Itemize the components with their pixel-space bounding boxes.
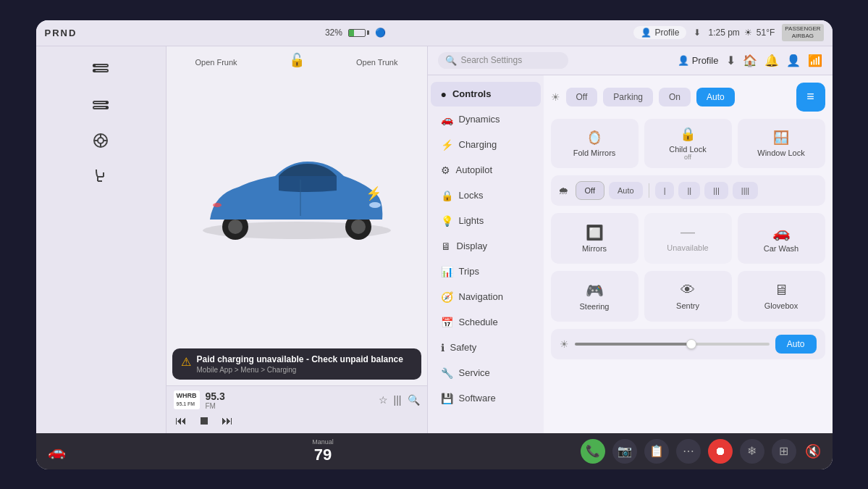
light-on-btn[interactable]: On [659, 88, 691, 106]
nav-item-service[interactable]: 🔧 Service [431, 361, 541, 385]
volume-button[interactable]: 🔇 [805, 443, 821, 459]
window-lock-icon: 🪟 [773, 130, 789, 146]
star-icon[interactable]: ☆ [379, 394, 388, 406]
wiper-speed-1-btn[interactable]: | [655, 182, 675, 199]
seat-icon[interactable] [88, 162, 114, 188]
more-apps-icon[interactable]: ⋯ [676, 439, 701, 464]
brightness-slider[interactable] [575, 343, 770, 346]
profile-label: Profile [692, 55, 719, 66]
light-parking-btn[interactable]: Parking [603, 88, 653, 106]
search-bar[interactable]: 🔍 Search Settings [438, 52, 568, 69]
trips-icon: 📊 [441, 266, 453, 277]
wiper-speed-4-btn[interactable]: |||| [733, 182, 758, 199]
alert-icon: ⚠ [181, 355, 191, 369]
svg-point-3 [93, 69, 96, 72]
sentry-card[interactable]: 👁 Sentry [644, 271, 732, 322]
settings-header: 🔍 Search Settings 👤 Profile ⬇ 🏠 🔔 👤 📶 [428, 46, 833, 75]
prev-button[interactable]: ⏮ [174, 413, 188, 429]
lights-main-btn[interactable]: ≡ [796, 83, 825, 112]
nav-item-software[interactable]: 💾 Software [431, 386, 541, 411]
nav-item-controls[interactable]: ● Controls [431, 82, 541, 106]
settings-nav: ● Controls 🚗 Dynamics ⚡ Charging ⚙ Autop… [428, 75, 544, 433]
person-icon-2[interactable]: 👤 [786, 54, 801, 67]
wiper-auto-btn[interactable]: Auto [609, 182, 643, 199]
fan-app-icon[interactable]: ❄ [740, 439, 764, 464]
camera-app-icon[interactable]: 📷 [612, 439, 637, 464]
svg-point-20 [369, 202, 381, 208]
nav-item-schedule[interactable]: 📅 Schedule [431, 310, 541, 335]
steering-card[interactable]: 🎮 Steering [551, 271, 639, 322]
search-music-icon[interactable]: 🔍 [408, 394, 420, 406]
wifi-icon[interactable]: 📶 [808, 54, 822, 67]
alert-text-main: Paid charging unavailable - Check unpaid… [197, 354, 403, 364]
fold-mirrors-card[interactable]: 🪞 Fold Mirrors [551, 119, 639, 168]
search-placeholder: Search Settings [461, 55, 523, 65]
light-sun-icon: ☀ [551, 91, 560, 103]
window-lock-card[interactable]: 🪟 Window Lock [738, 119, 825, 168]
nav-item-navigation[interactable]: 🧭 Navigation [431, 285, 541, 309]
wiper-off-btn[interactable]: Off [576, 181, 604, 200]
light-auto-btn[interactable]: Auto [696, 88, 735, 106]
nav-item-trips[interactable]: 📊 Trips [431, 259, 541, 284]
sentry-icon: 👁 [681, 282, 695, 298]
open-frunk-label[interactable]: Open Frunk [195, 57, 237, 67]
top-profile-button[interactable]: 👤 Profile [633, 26, 686, 39]
dynamics-icon: 🚗 [441, 114, 453, 125]
nav-item-locks[interactable]: 🔒 Locks [431, 183, 541, 208]
light-off-btn[interactable]: Off [566, 88, 598, 106]
nav-item-lights[interactable]: 💡 Lights [431, 209, 541, 233]
bluetooth-icon: 🔵 [375, 28, 386, 38]
nav-label-service: Service [459, 367, 490, 378]
bell-icon[interactable]: 🔔 [764, 54, 779, 67]
glovebox-card[interactable]: 🖥 Glovebox [738, 271, 825, 322]
main-content: Open Frunk 🔓 Open Trunk [36, 46, 833, 433]
download-settings-icon[interactable]: ⬇ [726, 54, 736, 67]
display-icon: 🖥 [441, 241, 451, 252]
menu-icon-1[interactable] [88, 58, 114, 84]
airbag-badge: PASSENGERAIRBAG [782, 24, 823, 41]
alert-text-sub: Mobile App > Menu > Charging [197, 366, 403, 374]
grid-app-icon[interactable]: ⊞ [772, 439, 796, 464]
tire-icon[interactable] [88, 128, 114, 154]
car-wash-card[interactable]: 🚗 Car Wash [738, 213, 825, 264]
unavailable-label: Unavailable [667, 243, 708, 252]
service-icon: 🔧 [441, 367, 453, 379]
prnd-display: PRND [45, 28, 77, 38]
taskbar-apps: 📞 📷 📋 ⋯ ⏺ ❄ ⊞ [581, 439, 796, 464]
status-right: 👤 Profile ⬇ 1:25 pm ☀ 51°F PASSENGERAIRB… [633, 24, 823, 41]
temperature: 51°F [757, 28, 775, 38]
nav-label-lights: Lights [459, 215, 484, 226]
nav-item-autopilot[interactable]: ⚙ Autopilot [431, 158, 541, 183]
mirrors-card[interactable]: 🔲 Mirrors [551, 213, 639, 264]
svg-point-2 [93, 64, 96, 67]
fold-mirrors-icon: 🪞 [586, 130, 602, 146]
record-app-icon[interactable]: ⏺ [708, 439, 733, 464]
lock-icon[interactable]: 🔓 [289, 52, 305, 68]
stop-button[interactable]: ⏹ [197, 413, 211, 429]
fold-mirrors-label: Fold Mirrors [573, 149, 616, 157]
top-profile-label: Profile [654, 28, 679, 38]
unavailable-card: — Unavailable [644, 213, 732, 264]
open-trunk-label[interactable]: Open Trunk [356, 57, 397, 67]
brightness-thumb[interactable] [686, 339, 696, 349]
battery-icon [348, 29, 369, 37]
nav-item-charging[interactable]: ⚡ Charging [431, 133, 541, 157]
wiper-icon: 🌧 [558, 185, 568, 196]
nav-item-dynamics[interactable]: 🚗 Dynamics [431, 107, 541, 132]
brightness-auto-btn[interactable]: Auto [775, 335, 817, 354]
phone-app-icon[interactable]: 📞 [581, 439, 605, 464]
child-lock-card[interactable]: 🔒 Child Lock off [644, 119, 732, 168]
car-taskbar-icon[interactable]: 🚗 [48, 443, 66, 460]
wiper-speed-3-btn[interactable]: ||| [704, 182, 728, 199]
nav-item-safety[interactable]: ℹ Safety [431, 335, 541, 360]
next-button[interactable]: ⏭ [220, 413, 235, 429]
tasks-app-icon[interactable]: 📋 [644, 439, 669, 464]
header-profile[interactable]: 👤 Profile [678, 55, 719, 66]
wiper-speed-2-btn[interactable]: || [678, 182, 700, 199]
taskbar-center: Manual 79 [312, 438, 334, 464]
lock-settings-icon[interactable]: 🏠 [743, 54, 757, 67]
nav-label-controls: Controls [452, 88, 491, 99]
menu-icon-2[interactable] [88, 93, 114, 119]
nav-item-display[interactable]: 🖥 Display [431, 234, 541, 259]
equalizer-icon[interactable]: ||| [394, 394, 402, 406]
